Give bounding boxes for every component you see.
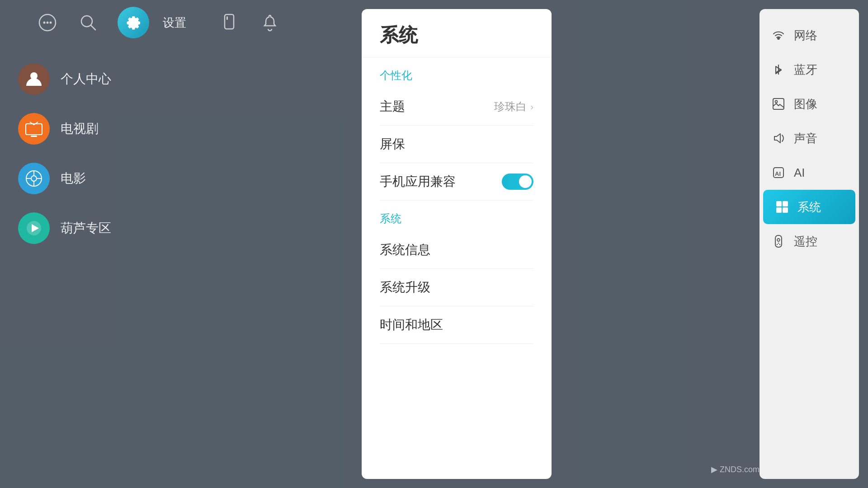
svg-rect-9 xyxy=(26,124,42,135)
system-icon xyxy=(774,199,790,215)
system-nav-label: 系统 xyxy=(797,199,821,215)
right-nav-image[interactable]: 图像 xyxy=(760,87,859,121)
svg-rect-25 xyxy=(776,201,782,206)
svg-rect-6 xyxy=(225,14,234,29)
theme-value-text: 珍珠白 xyxy=(494,99,527,114)
svg-rect-28 xyxy=(783,207,788,213)
avatar-movie xyxy=(18,163,50,194)
right-nav-panel: 网络 蓝牙 图像 声音 xyxy=(760,9,859,479)
svg-point-12 xyxy=(31,176,37,181)
svg-point-22 xyxy=(775,101,778,103)
settings-item-sysinfo[interactable]: 系统信息 xyxy=(380,231,533,269)
sidebar-item-personal[interactable]: 个人中心 xyxy=(9,59,149,99)
sysupgrade-label: 系统升级 xyxy=(380,279,430,296)
settings-item-app-compat[interactable]: 手机应用兼容 xyxy=(380,163,533,201)
nav-icon-chat[interactable] xyxy=(36,11,59,34)
watermark: ▶ ZNDS.com xyxy=(711,465,760,474)
settings-nav-label: 设置 xyxy=(163,15,186,31)
sidebar: 个人中心 电视剧 电影 xyxy=(0,45,158,488)
image-icon xyxy=(770,96,787,112)
settings-panel-title: 系统 xyxy=(380,24,418,46)
settings-item-screensaver[interactable]: 屏保 xyxy=(380,126,533,163)
svg-point-3 xyxy=(50,22,52,24)
nav-icon-storage[interactable] xyxy=(218,11,241,34)
nav-icon-search[interactable] xyxy=(77,11,99,34)
sidebar-item-gourd[interactable]: 葫芦专区 xyxy=(9,208,149,249)
ai-label: AI xyxy=(794,166,805,180)
svg-rect-21 xyxy=(773,99,784,109)
svg-point-1 xyxy=(43,22,46,24)
svg-point-19 xyxy=(777,37,780,40)
app-compat-toggle[interactable] xyxy=(502,174,533,190)
ai-icon: AI xyxy=(770,164,787,181)
settings-item-theme[interactable]: 主题 珍珠白 › xyxy=(380,88,533,126)
sidebar-label-gourd: 葫芦专区 xyxy=(61,220,111,237)
network-label: 网络 xyxy=(794,28,817,43)
screensaver-label: 屏保 xyxy=(380,136,405,153)
sidebar-label-movie: 电影 xyxy=(61,170,86,187)
bluetooth-label: 蓝牙 xyxy=(794,62,817,78)
settings-panel: 系统 个性化 主题 珍珠白 › 屏保 手机应用兼容 系统 系统信息 系统升级 xyxy=(362,9,552,479)
svg-rect-26 xyxy=(783,201,788,206)
sound-icon xyxy=(770,130,787,146)
right-nav-sound[interactable]: 声音 xyxy=(760,121,859,155)
right-nav-remote[interactable]: 遥控 xyxy=(760,224,859,258)
image-label: 图像 xyxy=(794,96,817,112)
nav-icon-notifications[interactable] xyxy=(259,11,281,34)
sound-label: 声音 xyxy=(794,131,817,146)
settings-content: 个性化 主题 珍珠白 › 屏保 手机应用兼容 系统 系统信息 系统升级 xyxy=(362,57,552,479)
svg-text:AI: AI xyxy=(775,170,781,177)
svg-rect-27 xyxy=(776,207,782,213)
right-nav-network[interactable]: 网络 xyxy=(760,18,859,52)
network-icon xyxy=(770,27,787,43)
sidebar-label-tv: 电视剧 xyxy=(61,120,99,137)
right-nav-ai[interactable]: AI AI xyxy=(760,155,859,190)
settings-header: 系统 xyxy=(362,9,552,57)
section-label-personalization: 个性化 xyxy=(380,57,533,88)
sysinfo-label: 系统信息 xyxy=(380,241,430,258)
app-compat-label: 手机应用兼容 xyxy=(380,173,456,190)
section-label-system: 系统 xyxy=(380,201,533,231)
svg-point-2 xyxy=(47,22,49,24)
svg-line-5 xyxy=(91,25,95,30)
remote-label: 遥控 xyxy=(794,234,817,249)
sidebar-label-personal: 个人中心 xyxy=(61,70,111,88)
svg-rect-7 xyxy=(226,16,228,20)
right-nav-bluetooth[interactable]: 蓝牙 xyxy=(760,52,859,87)
nav-icon-settings[interactable] xyxy=(118,7,149,38)
bluetooth-icon xyxy=(770,61,787,78)
theme-label: 主题 xyxy=(380,98,405,115)
toggle-knob xyxy=(519,175,532,188)
svg-rect-10 xyxy=(31,136,37,137)
sidebar-item-movie[interactable]: 电影 xyxy=(9,158,149,199)
settings-item-timezone[interactable]: 时间和地区 xyxy=(380,306,533,344)
timezone-label: 时间和地区 xyxy=(380,316,443,333)
avatar-tv xyxy=(18,113,50,145)
settings-item-sysupgrade[interactable]: 系统升级 xyxy=(380,269,533,306)
theme-chevron: › xyxy=(530,102,533,112)
remote-icon xyxy=(770,233,787,249)
right-nav-system[interactable]: 系统 xyxy=(763,190,855,224)
watermark-text: ▶ ZNDS.com xyxy=(711,465,760,474)
avatar-personal xyxy=(18,63,50,95)
sidebar-item-tv[interactable]: 电视剧 xyxy=(9,108,149,149)
avatar-gourd xyxy=(18,212,50,244)
theme-value-container: 珍珠白 › xyxy=(494,99,533,114)
svg-point-30 xyxy=(777,239,780,241)
